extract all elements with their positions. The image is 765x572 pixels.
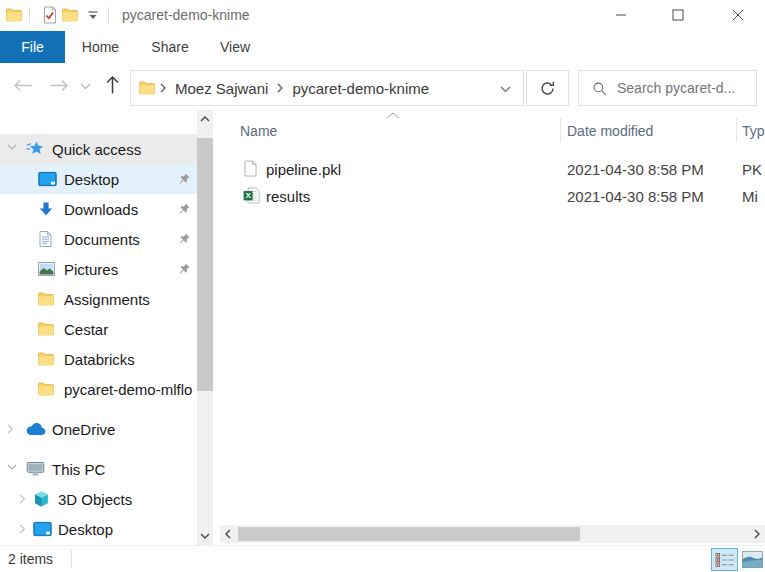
- sidebar-item-assignments[interactable]: Assignments: [0, 284, 197, 314]
- sidebar-item-quick-access[interactable]: Quick access: [0, 134, 197, 164]
- scroll-left-button[interactable]: [220, 525, 236, 543]
- window-title: pycaret-demo-knime: [122, 0, 250, 30]
- up-button[interactable]: [102, 73, 122, 97]
- file-type: Mi: [742, 187, 758, 204]
- sidebar-item-label: 3D Objects: [58, 491, 132, 508]
- back-button[interactable]: [10, 75, 36, 95]
- pin-icon: [177, 232, 191, 246]
- file-row-pipeline-pkl[interactable]: pipeline.pkl 2021-04-30 8:58 PM PK: [220, 155, 765, 182]
- new-folder-icon[interactable]: [62, 8, 78, 22]
- horizontal-scrollbar[interactable]: [220, 525, 765, 543]
- customize-toolbar-caret-icon[interactable]: [87, 11, 99, 20]
- breadcrumb-segment-current[interactable]: pycaret-demo-knime: [288, 80, 433, 97]
- column-separator[interactable]: [736, 118, 737, 142]
- sidebar-item-pictures[interactable]: Pictures: [0, 254, 197, 284]
- sidebar-item-label: This PC: [52, 461, 105, 478]
- thumbnail-view-icon: [742, 551, 763, 568]
- sidebar-item-pycaret-demo-mlflow[interactable]: pycaret-demo-mlflo: [0, 374, 197, 404]
- sidebar-item-desktop[interactable]: Desktop: [0, 164, 197, 194]
- column-header-date-modified[interactable]: Date modified: [567, 123, 653, 139]
- explorer-folder-icon: [6, 8, 22, 22]
- 3d-objects-cube-icon: [33, 491, 50, 508]
- details-view-button[interactable]: [711, 548, 738, 571]
- close-button[interactable]: [715, 0, 761, 30]
- pin-icon: [177, 262, 191, 276]
- sidebar-item-label: Databricks: [64, 351, 135, 368]
- excel-file-icon: X: [243, 187, 260, 204]
- chevron-right-icon[interactable]: [19, 494, 26, 504]
- onedrive-cloud-icon: [26, 423, 46, 436]
- scroll-right-button[interactable]: [749, 525, 765, 543]
- tab-share[interactable]: Share: [146, 31, 194, 63]
- sidebar-item-cestar[interactable]: Cestar: [0, 314, 197, 344]
- address-folder-icon: [139, 81, 155, 95]
- chevron-up-icon: [200, 116, 210, 122]
- sidebar-item-label: Desktop: [58, 521, 113, 538]
- chevron-right-icon[interactable]: [7, 424, 14, 434]
- sidebar-item-label: Assignments: [64, 291, 150, 308]
- sidebar-item-this-pc[interactable]: This PC: [0, 454, 197, 484]
- chevron-down-icon[interactable]: [7, 464, 17, 471]
- file-date-modified: 2021-04-30 8:58 PM: [567, 187, 704, 204]
- large-icons-view-button[interactable]: [740, 548, 765, 571]
- sidebar-item-desktop-pc[interactable]: Desktop: [0, 514, 197, 544]
- folder-icon: [38, 322, 54, 336]
- pin-icon: [177, 202, 191, 216]
- status-separator: [71, 550, 72, 568]
- scroll-down-button[interactable]: [197, 527, 213, 545]
- this-pc-icon: [26, 462, 45, 477]
- chevron-down-icon: [80, 83, 91, 90]
- scroll-up-button[interactable]: [197, 110, 213, 128]
- sidebar-item-label: Desktop: [64, 171, 119, 188]
- forward-button[interactable]: [46, 75, 72, 95]
- sidebar-item-downloads[interactable]: Downloads: [0, 194, 197, 224]
- file-row-results[interactable]: X results 2021-04-30 8:58 PM Mi: [220, 182, 765, 209]
- refresh-button[interactable]: [526, 70, 569, 106]
- maximize-icon: [672, 9, 684, 21]
- sidebar-item-databricks[interactable]: Databricks: [0, 344, 197, 374]
- ribbon-tabs: File Home Share View ?: [0, 31, 765, 63]
- maximize-button[interactable]: [655, 0, 701, 30]
- address-bar[interactable]: Moez Sajwani pycaret-demo-knime: [130, 70, 524, 106]
- sidebar-item-3d-objects[interactable]: 3D Objects: [0, 484, 197, 514]
- column-separator[interactable]: [560, 118, 561, 142]
- search-input[interactable]: [617, 80, 747, 96]
- chevron-down-icon: [200, 533, 210, 539]
- titlebar-separator: [108, 7, 109, 23]
- forward-arrow-icon: [48, 78, 70, 93]
- chevron-down-icon[interactable]: [7, 144, 17, 151]
- folder-icon: [38, 382, 54, 396]
- tab-file[interactable]: File: [0, 31, 65, 63]
- sidebar-item-onedrive[interactable]: OneDrive: [0, 414, 197, 444]
- sidebar-item-label: Cestar: [64, 321, 108, 338]
- breadcrumb-chevron-icon[interactable]: [155, 83, 171, 93]
- tab-view[interactable]: View: [212, 31, 258, 63]
- column-header-name[interactable]: Name: [240, 123, 277, 139]
- minimize-button[interactable]: [598, 0, 644, 30]
- sidebar-item-label: pycaret-demo-mlflo: [64, 381, 192, 398]
- up-arrow-icon: [105, 75, 120, 95]
- recent-locations-button[interactable]: [78, 81, 93, 91]
- scrollbar-thumb[interactable]: [197, 138, 213, 391]
- back-arrow-icon: [12, 78, 34, 93]
- status-bar: 2 items: [0, 545, 765, 572]
- tab-home[interactable]: Home: [78, 31, 123, 63]
- sidebar-scrollbar[interactable]: [197, 110, 213, 545]
- file-list: Name Date modified Typ pipeline.pkl 2021…: [220, 110, 765, 545]
- file-explorer-window: pycaret-demo-knime File Home Share View …: [0, 0, 765, 572]
- navigation-bar: Moez Sajwani pycaret-demo-knime: [0, 63, 765, 110]
- file-date-modified: 2021-04-30 8:58 PM: [567, 160, 704, 177]
- item-count: 2 items: [8, 551, 53, 567]
- address-dropdown-chevron-icon[interactable]: [500, 86, 511, 93]
- properties-check-icon[interactable]: [42, 6, 58, 24]
- chevron-right-icon[interactable]: [19, 524, 26, 534]
- sidebar-item-documents[interactable]: Documents: [0, 224, 197, 254]
- navigation-pane: Quick access Desktop Downloads: [0, 110, 197, 545]
- breadcrumb-segment-user[interactable]: Moez Sajwani: [171, 80, 272, 97]
- blank-file-icon: [243, 160, 258, 177]
- column-header-type[interactable]: Typ: [742, 123, 765, 139]
- scrollbar-thumb[interactable]: [238, 527, 580, 541]
- sidebar-item-label: OneDrive: [52, 421, 115, 438]
- breadcrumb-chevron-icon[interactable]: [272, 83, 288, 93]
- pictures-icon: [38, 262, 55, 276]
